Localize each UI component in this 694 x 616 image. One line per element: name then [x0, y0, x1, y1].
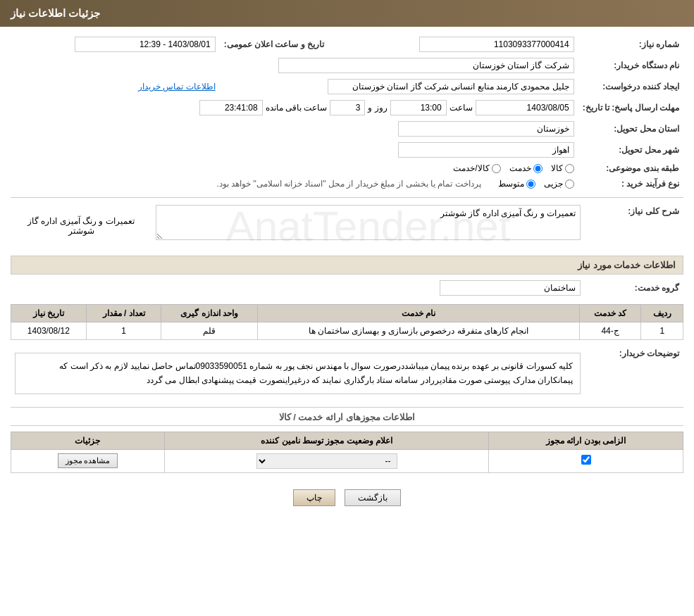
city-label: شهر محل تحویل:	[578, 139, 683, 161]
purchase-type-minor-input[interactable]	[565, 180, 574, 189]
deadline-label: مهلت ارسال پاسخ: تا تاریخ:	[578, 97, 683, 118]
permits-cell-details: مشاهده مجوز	[11, 449, 165, 472]
info-row-province: استان محل تحویل:	[11, 118, 683, 139]
requester-label: ایجاد کننده درخواست:	[578, 76, 683, 97]
permits-subtitle: اطلاعات مجوزهای ارائه خدمت / کالا	[11, 412, 683, 426]
subject-radio-group: کالا خدمت کالا/خدمت	[15, 163, 574, 173]
buyer-input[interactable]	[278, 58, 574, 73]
list-item: -- مشاهده مجوز	[11, 449, 683, 472]
permit-status-select[interactable]: --	[256, 453, 397, 469]
subject-goods-label: کالا	[551, 163, 563, 173]
services-header-row: ردیف کد خدمت نام خدمت واحد اندازه گیری ت…	[11, 305, 683, 322]
permits-col-status: اعلام وضعیت مجوز توسط نامین کننده	[164, 432, 488, 449]
public-announce-label: تاریخ و ساعت اعلان عمومی:	[220, 34, 328, 55]
permits-table: الزامی بودن ارائه مجوز اعلام وضعیت مجوز …	[11, 432, 683, 473]
purchase-type-note: پرداخت تمام یا بخشی از مبلغ خریدار از مح…	[216, 179, 481, 189]
cell-code: ج-44	[579, 322, 641, 340]
subject-service-label: خدمت	[509, 163, 531, 173]
page-wrapper: جزئیات اطلاعات نیاز شماره نیاز: تاریخ و …	[0, 0, 694, 616]
cell-name: انجام کارهای متفرقه درخصوص بازسازی و بهس…	[258, 322, 580, 340]
deadline-remaining-input[interactable]	[199, 100, 263, 115]
province-input[interactable]	[398, 121, 574, 137]
col-qty: تعداد / مقدار	[86, 305, 161, 322]
subject-radio-goods: کالا	[551, 163, 574, 173]
col-unit: واحد اندازه گیری	[161, 305, 258, 322]
city-input[interactable]	[398, 142, 574, 158]
deadline-days-input[interactable]	[330, 100, 365, 115]
main-info-table: شماره نیاز: تاریخ و ساعت اعلان عمومی: نا…	[11, 34, 683, 191]
cell-qty: 1	[86, 322, 161, 340]
service-group-input[interactable]	[440, 280, 581, 296]
subject-radio-goods-input[interactable]	[565, 164, 574, 173]
service-group-table: گروه خدمت:	[11, 277, 683, 298]
table-row: 1 ج-44 انجام کارهای متفرقه درخصوص بازساز…	[11, 322, 683, 340]
purchase-type-minor: جزیی	[544, 179, 574, 189]
buyer-label: نام دستگاه خریدار:	[578, 55, 683, 76]
page-title: جزئیات اطلاعات نیاز	[11, 7, 100, 19]
purchase-type-label: نوع فرآیند خرید :	[578, 176, 683, 191]
need-desc-label: شرح کلی نیاز:	[585, 202, 683, 250]
subject-radio-service: خدمت	[509, 163, 543, 173]
need-desc-table: شرح کلی نیاز: AnatTender.net تعمیرات و ر…	[11, 202, 683, 250]
services-table: ردیف کد خدمت نام خدمت واحد اندازه گیری ت…	[11, 304, 683, 340]
cell-unit: قلم	[161, 322, 258, 340]
content-area: شماره نیاز: تاریخ و ساعت اعلان عمومی: نا…	[0, 27, 694, 524]
permits-cell-required	[489, 449, 683, 472]
buyer-notes-table: توضیحات خریدار: کلیه کسورات قانونی بر عه…	[11, 346, 683, 401]
info-row-need-number: شماره نیاز: تاریخ و ساعت اعلان عمومی:	[11, 34, 683, 55]
need-desc-textarea[interactable]	[156, 205, 581, 240]
deadline-remaining-label: ساعت باقی مانده	[266, 103, 328, 113]
deadline-time-label: ساعت	[450, 103, 473, 113]
info-row-purchase-type: نوع فرآیند خرید : جزیی متوسط	[11, 176, 683, 191]
deadline-days-label: روز و	[368, 103, 387, 113]
services-thead: ردیف کد خدمت نام خدمت واحد اندازه گیری ت…	[11, 305, 683, 322]
cell-row: 1	[641, 322, 683, 340]
purchase-type-medium: متوسط	[498, 179, 535, 189]
public-announce-input[interactable]	[75, 37, 216, 52]
deadline-row: ساعت روز و ساعت باقی مانده	[15, 100, 574, 115]
province-label: استان محل تحویل:	[578, 118, 683, 139]
permits-thead: الزامی بودن ارائه مجوز اعلام وضعیت مجوز …	[11, 432, 683, 449]
purchase-type-medium-input[interactable]	[526, 180, 535, 189]
permits-col-required: الزامی بودن ارائه مجوز	[489, 432, 683, 449]
permits-cell-status: --	[164, 449, 488, 472]
watermark-area: AnatTender.net	[156, 205, 581, 247]
deadline-date-input[interactable]	[476, 100, 574, 115]
subject-radio-both: کالا/خدمت	[453, 163, 500, 173]
cell-date: 1403/08/12	[11, 322, 87, 340]
divider-2	[11, 407, 683, 408]
deadline-time-input[interactable]	[390, 100, 447, 115]
col-code: کد خدمت	[579, 305, 641, 322]
subject-label: طبقه بندی موضوعی:	[578, 161, 683, 176]
service-group-row: گروه خدمت:	[11, 277, 683, 298]
purchase-type-minor-label: جزیی	[544, 179, 563, 189]
services-tbody: 1 ج-44 انجام کارهای متفرقه درخصوص بازساز…	[11, 322, 683, 340]
need-number-input[interactable]	[419, 37, 574, 52]
buyer-notes-label: توضیحات خریدار:	[585, 346, 683, 401]
purchase-type-radio-group: جزیی متوسط	[498, 179, 574, 189]
info-row-subject: طبقه بندی موضوعی: کالا خدمت	[11, 161, 683, 176]
need-desc-value: تعمیرات و رنگ آمیزی اداره گاز شوشتر	[27, 216, 135, 236]
col-date: تاریخ نیاز	[11, 305, 87, 322]
bottom-buttons: بازگشت چاپ	[11, 479, 683, 517]
permits-tbody: -- مشاهده مجوز	[11, 449, 683, 472]
print-button[interactable]: چاپ	[293, 489, 335, 506]
divider-1	[11, 197, 683, 198]
purchase-type-medium-label: متوسط	[498, 179, 524, 189]
subject-radio-both-input[interactable]	[492, 164, 501, 173]
info-row-deadline: مهلت ارسال پاسخ: تا تاریخ: ساعت روز و سا…	[11, 97, 683, 118]
buyer-notes-box: کلیه کسورات قانونی بر عهده برنده پیمان م…	[15, 353, 581, 394]
col-row: ردیف	[641, 305, 683, 322]
service-group-label: گروه خدمت:	[585, 277, 683, 298]
view-permit-button[interactable]: مشاهده مجوز	[58, 453, 118, 468]
back-button[interactable]: بازگشت	[345, 489, 401, 506]
subject-both-label: کالا/خدمت	[453, 163, 489, 173]
permits-header-row: الزامی بودن ارائه مجوز اعلام وضعیت مجوز …	[11, 432, 683, 449]
contact-link[interactable]: اطلاعات تماس خریدار	[138, 82, 216, 92]
services-section-title: اطلاعات خدمات مورد نیاز	[11, 256, 683, 275]
permit-required-checkbox[interactable]	[581, 455, 591, 465]
purchase-type-row: جزیی متوسط پرداخت تمام یا بخشی از مبلغ خ…	[15, 179, 574, 189]
need-number-label: شماره نیاز:	[578, 34, 683, 55]
requester-input[interactable]	[328, 79, 574, 94]
subject-radio-service-input[interactable]	[533, 164, 543, 173]
